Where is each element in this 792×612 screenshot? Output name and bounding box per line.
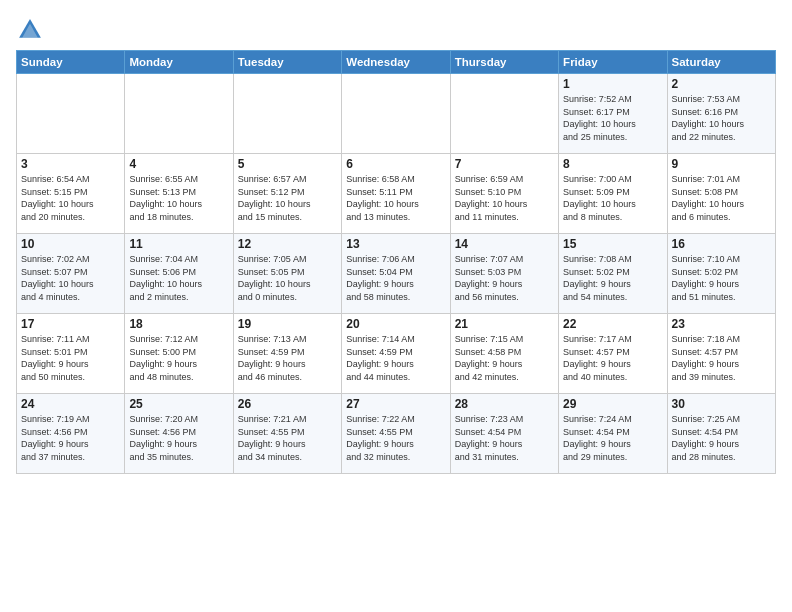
day-detail: Sunrise: 7:52 AM Sunset: 6:17 PM Dayligh… xyxy=(563,93,662,143)
header xyxy=(16,12,776,44)
calendar-cell: 29Sunrise: 7:24 AM Sunset: 4:54 PM Dayli… xyxy=(559,394,667,474)
calendar-cell: 20Sunrise: 7:14 AM Sunset: 4:59 PM Dayli… xyxy=(342,314,450,394)
day-number: 10 xyxy=(21,237,120,251)
day-detail: Sunrise: 7:20 AM Sunset: 4:56 PM Dayligh… xyxy=(129,413,228,463)
calendar-cell: 22Sunrise: 7:17 AM Sunset: 4:57 PM Dayli… xyxy=(559,314,667,394)
calendar-table: SundayMondayTuesdayWednesdayThursdayFrid… xyxy=(16,50,776,474)
calendar-cell xyxy=(450,74,558,154)
calendar-cell: 16Sunrise: 7:10 AM Sunset: 5:02 PM Dayli… xyxy=(667,234,775,314)
day-number: 2 xyxy=(672,77,771,91)
day-detail: Sunrise: 7:00 AM Sunset: 5:09 PM Dayligh… xyxy=(563,173,662,223)
calendar-cell: 18Sunrise: 7:12 AM Sunset: 5:00 PM Dayli… xyxy=(125,314,233,394)
weekday-header: Friday xyxy=(559,51,667,74)
day-detail: Sunrise: 7:07 AM Sunset: 5:03 PM Dayligh… xyxy=(455,253,554,303)
day-number: 12 xyxy=(238,237,337,251)
calendar-week-row: 24Sunrise: 7:19 AM Sunset: 4:56 PM Dayli… xyxy=(17,394,776,474)
calendar-week-row: 10Sunrise: 7:02 AM Sunset: 5:07 PM Dayli… xyxy=(17,234,776,314)
calendar-cell: 15Sunrise: 7:08 AM Sunset: 5:02 PM Dayli… xyxy=(559,234,667,314)
day-number: 14 xyxy=(455,237,554,251)
day-detail: Sunrise: 7:01 AM Sunset: 5:08 PM Dayligh… xyxy=(672,173,771,223)
day-detail: Sunrise: 7:14 AM Sunset: 4:59 PM Dayligh… xyxy=(346,333,445,383)
calendar-cell: 11Sunrise: 7:04 AM Sunset: 5:06 PM Dayli… xyxy=(125,234,233,314)
day-number: 20 xyxy=(346,317,445,331)
day-number: 11 xyxy=(129,237,228,251)
calendar-cell: 6Sunrise: 6:58 AM Sunset: 5:11 PM Daylig… xyxy=(342,154,450,234)
day-detail: Sunrise: 6:55 AM Sunset: 5:13 PM Dayligh… xyxy=(129,173,228,223)
calendar-cell: 21Sunrise: 7:15 AM Sunset: 4:58 PM Dayli… xyxy=(450,314,558,394)
day-detail: Sunrise: 7:24 AM Sunset: 4:54 PM Dayligh… xyxy=(563,413,662,463)
calendar-cell: 10Sunrise: 7:02 AM Sunset: 5:07 PM Dayli… xyxy=(17,234,125,314)
calendar-cell: 9Sunrise: 7:01 AM Sunset: 5:08 PM Daylig… xyxy=(667,154,775,234)
calendar-cell: 2Sunrise: 7:53 AM Sunset: 6:16 PM Daylig… xyxy=(667,74,775,154)
day-number: 25 xyxy=(129,397,228,411)
calendar-cell: 26Sunrise: 7:21 AM Sunset: 4:55 PM Dayli… xyxy=(233,394,341,474)
calendar-week-row: 3Sunrise: 6:54 AM Sunset: 5:15 PM Daylig… xyxy=(17,154,776,234)
calendar-cell: 4Sunrise: 6:55 AM Sunset: 5:13 PM Daylig… xyxy=(125,154,233,234)
weekday-header: Sunday xyxy=(17,51,125,74)
day-detail: Sunrise: 7:22 AM Sunset: 4:55 PM Dayligh… xyxy=(346,413,445,463)
weekday-header: Thursday xyxy=(450,51,558,74)
day-detail: Sunrise: 7:53 AM Sunset: 6:16 PM Dayligh… xyxy=(672,93,771,143)
header-row: SundayMondayTuesdayWednesdayThursdayFrid… xyxy=(17,51,776,74)
day-number: 19 xyxy=(238,317,337,331)
calendar-week-row: 1Sunrise: 7:52 AM Sunset: 6:17 PM Daylig… xyxy=(17,74,776,154)
day-detail: Sunrise: 7:04 AM Sunset: 5:06 PM Dayligh… xyxy=(129,253,228,303)
day-detail: Sunrise: 7:17 AM Sunset: 4:57 PM Dayligh… xyxy=(563,333,662,383)
calendar-cell: 24Sunrise: 7:19 AM Sunset: 4:56 PM Dayli… xyxy=(17,394,125,474)
day-number: 21 xyxy=(455,317,554,331)
day-number: 24 xyxy=(21,397,120,411)
calendar-cell: 7Sunrise: 6:59 AM Sunset: 5:10 PM Daylig… xyxy=(450,154,558,234)
calendar-cell: 17Sunrise: 7:11 AM Sunset: 5:01 PM Dayli… xyxy=(17,314,125,394)
day-number: 4 xyxy=(129,157,228,171)
calendar-cell: 8Sunrise: 7:00 AM Sunset: 5:09 PM Daylig… xyxy=(559,154,667,234)
day-number: 7 xyxy=(455,157,554,171)
day-detail: Sunrise: 7:12 AM Sunset: 5:00 PM Dayligh… xyxy=(129,333,228,383)
day-number: 5 xyxy=(238,157,337,171)
weekday-header: Monday xyxy=(125,51,233,74)
calendar-cell: 14Sunrise: 7:07 AM Sunset: 5:03 PM Dayli… xyxy=(450,234,558,314)
day-detail: Sunrise: 7:05 AM Sunset: 5:05 PM Dayligh… xyxy=(238,253,337,303)
day-detail: Sunrise: 6:54 AM Sunset: 5:15 PM Dayligh… xyxy=(21,173,120,223)
calendar-cell: 25Sunrise: 7:20 AM Sunset: 4:56 PM Dayli… xyxy=(125,394,233,474)
main-container: SundayMondayTuesdayWednesdayThursdayFrid… xyxy=(0,0,792,482)
day-number: 17 xyxy=(21,317,120,331)
day-number: 8 xyxy=(563,157,662,171)
day-number: 13 xyxy=(346,237,445,251)
day-number: 29 xyxy=(563,397,662,411)
calendar-cell xyxy=(233,74,341,154)
day-number: 18 xyxy=(129,317,228,331)
day-detail: Sunrise: 7:06 AM Sunset: 5:04 PM Dayligh… xyxy=(346,253,445,303)
weekday-header: Wednesday xyxy=(342,51,450,74)
calendar-cell: 5Sunrise: 6:57 AM Sunset: 5:12 PM Daylig… xyxy=(233,154,341,234)
calendar-cell: 19Sunrise: 7:13 AM Sunset: 4:59 PM Dayli… xyxy=(233,314,341,394)
calendar-cell: 1Sunrise: 7:52 AM Sunset: 6:17 PM Daylig… xyxy=(559,74,667,154)
day-number: 1 xyxy=(563,77,662,91)
day-number: 30 xyxy=(672,397,771,411)
day-number: 3 xyxy=(21,157,120,171)
weekday-header: Tuesday xyxy=(233,51,341,74)
calendar-cell: 30Sunrise: 7:25 AM Sunset: 4:54 PM Dayli… xyxy=(667,394,775,474)
day-number: 26 xyxy=(238,397,337,411)
day-detail: Sunrise: 6:58 AM Sunset: 5:11 PM Dayligh… xyxy=(346,173,445,223)
day-detail: Sunrise: 7:13 AM Sunset: 4:59 PM Dayligh… xyxy=(238,333,337,383)
day-detail: Sunrise: 7:10 AM Sunset: 5:02 PM Dayligh… xyxy=(672,253,771,303)
calendar-cell xyxy=(17,74,125,154)
calendar-week-row: 17Sunrise: 7:11 AM Sunset: 5:01 PM Dayli… xyxy=(17,314,776,394)
day-number: 22 xyxy=(563,317,662,331)
calendar-cell: 3Sunrise: 6:54 AM Sunset: 5:15 PM Daylig… xyxy=(17,154,125,234)
day-number: 27 xyxy=(346,397,445,411)
calendar-header: SundayMondayTuesdayWednesdayThursdayFrid… xyxy=(17,51,776,74)
day-detail: Sunrise: 7:25 AM Sunset: 4:54 PM Dayligh… xyxy=(672,413,771,463)
logo xyxy=(16,16,48,44)
day-detail: Sunrise: 6:59 AM Sunset: 5:10 PM Dayligh… xyxy=(455,173,554,223)
day-detail: Sunrise: 7:21 AM Sunset: 4:55 PM Dayligh… xyxy=(238,413,337,463)
calendar-cell: 27Sunrise: 7:22 AM Sunset: 4:55 PM Dayli… xyxy=(342,394,450,474)
day-number: 15 xyxy=(563,237,662,251)
calendar-cell: 13Sunrise: 7:06 AM Sunset: 5:04 PM Dayli… xyxy=(342,234,450,314)
day-detail: Sunrise: 7:15 AM Sunset: 4:58 PM Dayligh… xyxy=(455,333,554,383)
day-detail: Sunrise: 7:02 AM Sunset: 5:07 PM Dayligh… xyxy=(21,253,120,303)
day-number: 16 xyxy=(672,237,771,251)
calendar-cell xyxy=(125,74,233,154)
day-detail: Sunrise: 7:23 AM Sunset: 4:54 PM Dayligh… xyxy=(455,413,554,463)
day-detail: Sunrise: 7:18 AM Sunset: 4:57 PM Dayligh… xyxy=(672,333,771,383)
